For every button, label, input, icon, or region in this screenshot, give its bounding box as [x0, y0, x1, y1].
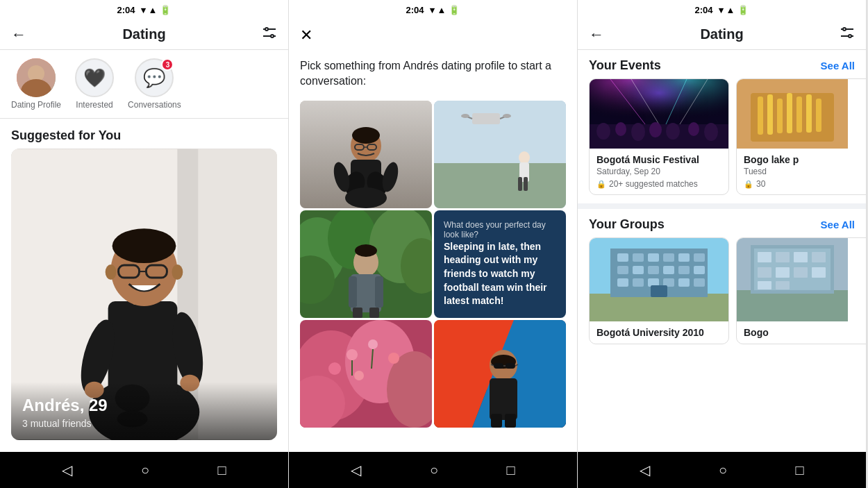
- svg-rect-90: [491, 414, 502, 428]
- event-card-2[interactable]: Bogo lake p Tuesd 🔒 30: [736, 78, 866, 195]
- panel3-scroll: Your Events See All: [578, 50, 866, 452]
- divider: [578, 203, 866, 209]
- photo-cell-1[interactable]: [300, 101, 432, 208]
- group-name-2: Bogo: [744, 327, 866, 338]
- signal-icon: ▲: [149, 5, 158, 15]
- svg-rect-141: [694, 278, 705, 287]
- close-row: ✕: [289, 19, 577, 47]
- svg-rect-132: [648, 266, 659, 274]
- photo-cell-5[interactable]: [300, 320, 432, 428]
- android-recent-2[interactable]: □: [507, 462, 515, 478]
- groups-section-header: Your Groups See All: [578, 209, 866, 237]
- wifi-icon: ▾: [141, 5, 146, 15]
- svg-rect-140: [678, 278, 690, 287]
- close-button[interactable]: ✕: [300, 26, 312, 44]
- android-recent-3[interactable]: □: [796, 462, 804, 478]
- card-person-name: Andrés, 29: [22, 396, 266, 415]
- svg-rect-148: [776, 252, 790, 262]
- android-back-2[interactable]: ◁: [351, 462, 361, 478]
- filter-button-3[interactable]: [840, 25, 855, 44]
- event-matches-2: 🔒 30: [744, 179, 866, 189]
- photo-cell-2[interactable]: [434, 101, 566, 208]
- card-overlay: Andrés, 29 3 mutual friends: [11, 382, 277, 440]
- android-back-3[interactable]: ◁: [640, 462, 650, 478]
- conversations-badge: 3: [161, 58, 174, 71]
- svg-rect-41: [434, 101, 566, 163]
- svg-rect-144: [737, 290, 848, 321]
- back-button-3[interactable]: ←: [589, 26, 604, 44]
- panel-events-groups: 2:04 ▾ ▲ 🔋 ← Dating Your Events See All: [578, 0, 867, 488]
- event-date-1: Saturday, Sep 20: [596, 167, 721, 176]
- events-see-all[interactable]: See All: [821, 60, 855, 71]
- svg-rect-130: [617, 266, 628, 274]
- photo-cell-6[interactable]: [434, 320, 566, 428]
- svg-rect-118: [796, 96, 802, 133]
- svg-rect-128: [678, 253, 690, 262]
- filter-button-1[interactable]: [262, 25, 277, 44]
- svg-rect-149: [794, 252, 808, 262]
- svg-rect-86: [506, 363, 515, 369]
- svg-rect-147: [758, 252, 771, 262]
- app-header-3: ← Dating: [578, 19, 866, 50]
- photo-cell-3[interactable]: [300, 210, 432, 318]
- group-card-2[interactable]: Bogo: [736, 237, 866, 344]
- svg-rect-117: [787, 93, 792, 133]
- svg-point-71: [368, 339, 378, 349]
- signal-icon-2: ▲: [437, 5, 446, 15]
- svg-point-111: [704, 123, 718, 141]
- photo-grid: What does your perfect day look like? Sl…: [300, 101, 566, 428]
- android-home-1[interactable]: ○: [141, 462, 149, 478]
- group-card-1[interactable]: Bogotá University 2010: [589, 237, 729, 344]
- event-matches-text-1: 20+ suggested matches: [609, 179, 698, 189]
- svg-rect-50: [524, 177, 528, 191]
- svg-rect-134: [678, 266, 690, 274]
- svg-rect-61: [353, 308, 362, 318]
- svg-point-72: [328, 362, 341, 375]
- card-mutual-friends: 3 mutual friends: [22, 418, 266, 429]
- nav-interested[interactable]: 🖤 Interested: [75, 58, 114, 110]
- status-icons-1: ▾ ▲ 🔋: [141, 5, 172, 15]
- svg-rect-126: [648, 253, 659, 262]
- photo-cell-text[interactable]: What does your perfect day look like? Sl…: [434, 210, 566, 318]
- svg-point-70: [347, 349, 358, 360]
- android-back-1[interactable]: ◁: [62, 462, 72, 478]
- event-card-1[interactable]: Bogotá Music Festival Saturday, Sep 20 🔒…: [589, 78, 729, 195]
- group-name-1: Bogotá University 2010: [596, 327, 721, 338]
- svg-point-46: [503, 114, 511, 118]
- groups-see-all[interactable]: See All: [821, 219, 855, 230]
- nav-dating-profile[interactable]: Dating Profile: [11, 58, 61, 110]
- status-icons-2: ▾ ▲ 🔋: [430, 5, 460, 15]
- interested-label: Interested: [76, 100, 112, 110]
- android-home-3[interactable]: ○: [719, 462, 727, 478]
- lock-icon-1: 🔒: [596, 180, 606, 189]
- panel2-scroll: What does your perfect day look like? Sl…: [289, 101, 577, 452]
- svg-rect-155: [758, 281, 771, 289]
- svg-point-29: [352, 127, 380, 144]
- svg-rect-125: [633, 253, 644, 262]
- android-recent-1[interactable]: □: [218, 462, 226, 478]
- suggested-card[interactable]: Andrés, 29 3 mutual friends: [11, 149, 277, 440]
- svg-rect-115: [767, 94, 773, 135]
- android-home-2[interactable]: ○: [430, 462, 438, 478]
- svg-rect-131: [633, 266, 644, 274]
- svg-point-74: [354, 371, 364, 380]
- svg-rect-153: [794, 267, 808, 278]
- svg-rect-150: [812, 252, 826, 262]
- svg-point-47: [519, 151, 530, 164]
- interested-icon-circle: 🖤: [75, 58, 114, 97]
- svg-point-73: [388, 353, 399, 364]
- svg-point-106: [615, 122, 626, 136]
- conversation-prompt: Pick something from Andrés dating profil…: [289, 47, 577, 101]
- battery-icon-2: 🔋: [449, 5, 460, 15]
- android-nav-1: ◁ ○ □: [0, 452, 288, 488]
- svg-rect-154: [812, 267, 826, 278]
- android-nav-2: ◁ ○ □: [289, 452, 577, 488]
- back-button-1[interactable]: ←: [11, 26, 26, 44]
- group-info-1: Bogotá University 2010: [590, 321, 728, 344]
- svg-rect-136: [617, 278, 628, 287]
- time-3: 2:04: [695, 5, 713, 15]
- dating-title-3: Dating: [700, 26, 743, 42]
- svg-point-23: [172, 264, 183, 280]
- nav-conversations[interactable]: 💬 3 Conversations: [128, 58, 181, 110]
- svg-rect-122: [590, 294, 728, 321]
